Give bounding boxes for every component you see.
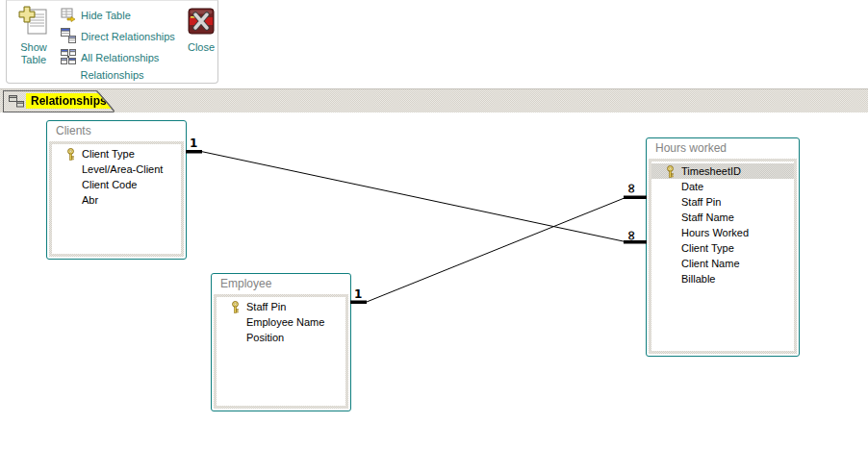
relationships-tab-icon: [9, 94, 24, 112]
field-row[interactable]: Client Name: [651, 256, 794, 271]
direct-relationships-icon: [61, 28, 76, 45]
hide-table-label: Hide Table: [81, 10, 131, 21]
key-spacer: [64, 179, 77, 191]
key-spacer: [229, 316, 242, 329]
key-spacer: [664, 196, 677, 209]
close-button[interactable]: Close: [179, 8, 223, 54]
key-spacer: [64, 194, 77, 207]
field-label: Client Type: [82, 148, 135, 160]
field-row[interactable]: Staff Pin: [651, 194, 794, 210]
key-spacer: [664, 227, 677, 239]
field-row-selected[interactable]: TimesheetID: [651, 163, 794, 179]
field-row[interactable]: Staff Name: [651, 210, 794, 225]
ribbon-group-relationships: Show Table Hide Table: [6, 0, 218, 84]
field-label: Staff Name: [681, 212, 734, 223]
field-row[interactable]: Position: [217, 330, 345, 345]
field-row[interactable]: Employee Name: [217, 314, 345, 330]
table-clients-title[interactable]: Clients: [47, 121, 186, 141]
tab-relationships[interactable]: Relationships: [4, 91, 114, 112]
key-spacer: [664, 242, 677, 255]
primary-key-icon: [664, 165, 677, 178]
field-label: Client Name: [681, 258, 740, 269]
table-hours-worked[interactable]: Hours worked TimesheetID Date: [646, 137, 800, 357]
field-row[interactable]: Level/Area-Client: [52, 162, 181, 177]
direct-relationships-button[interactable]: Direct Relationships: [61, 27, 175, 46]
tab-relationships-label: Relationships: [26, 93, 112, 109]
primary-key-icon: [229, 301, 242, 313]
key-spacer: [664, 258, 677, 270]
key-spacer: [664, 273, 677, 286]
show-table-icon: [11, 6, 57, 40]
field-row[interactable]: Billable: [651, 271, 794, 286]
field-label: Employee Name: [246, 316, 324, 328]
field-row[interactable]: Date: [651, 179, 794, 194]
direct-relationships-label: Direct Relationships: [81, 31, 175, 42]
field-label: Client Code: [82, 179, 137, 190]
close-icon: [179, 8, 223, 38]
table-employee-title[interactable]: Employee: [212, 274, 350, 294]
key-spacer: [64, 163, 77, 176]
ribbon: Show Table Hide Table: [0, 0, 868, 88]
ribbon-group-label: Relationships: [7, 69, 217, 81]
field-label: Date: [681, 181, 703, 192]
object-tab-bar: Relationships: [0, 88, 868, 112]
field-label: Position: [246, 332, 284, 343]
field-row[interactable]: Staff Pin: [217, 299, 345, 314]
field-label: TimesheetID: [681, 165, 741, 177]
hide-table-button[interactable]: Hide Table: [61, 6, 131, 25]
all-relationships-label: All Relationships: [81, 52, 159, 63]
table-employee-field-area: Staff Pin Employee Name Position: [214, 294, 348, 409]
primary-key-icon: [64, 148, 77, 161]
key-spacer: [229, 332, 242, 344]
field-row[interactable]: Client Code: [52, 177, 181, 192]
table-hours-worked-title[interactable]: Hours worked: [647, 138, 799, 159]
field-label: Client Type: [681, 242, 734, 254]
close-label: Close: [179, 41, 223, 54]
field-label: Abr: [82, 194, 98, 206]
all-relationships-icon: [61, 49, 76, 66]
field-label: Level/Area-Client: [82, 163, 163, 175]
key-spacer: [664, 212, 677, 224]
table-clients-field-area: Client Type Level/Area-Client Client Cod…: [49, 141, 184, 257]
field-row[interactable]: Hours Worked: [651, 225, 794, 240]
field-row[interactable]: Client Type: [651, 240, 794, 256]
hide-table-icon: [61, 7, 76, 24]
show-table-label-line1: Show: [11, 41, 57, 54]
field-label: Staff Pin: [681, 196, 721, 208]
field-label: Billable: [681, 273, 715, 285]
show-table-label-line2: Table: [11, 54, 57, 66]
table-clients[interactable]: Clients Client Type Level/Area-Client: [46, 120, 187, 260]
key-spacer: [664, 181, 677, 193]
field-row[interactable]: Abr: [52, 192, 181, 208]
field-row[interactable]: Client Type: [52, 146, 181, 162]
field-label: Staff Pin: [246, 301, 286, 312]
table-employee[interactable]: Employee Staff Pin Employee Name: [211, 273, 351, 411]
table-hours-worked-field-area: TimesheetID Date Staff Pin Staff Name Ho…: [649, 159, 797, 354]
all-relationships-button[interactable]: All Relationships: [61, 48, 159, 67]
field-label: Hours Worked: [681, 227, 749, 238]
